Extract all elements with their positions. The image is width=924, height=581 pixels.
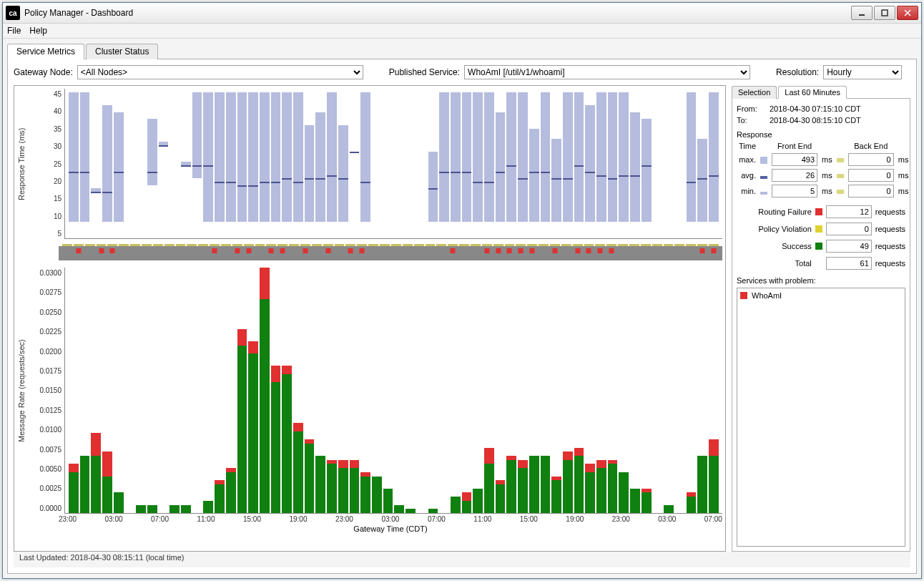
message-rate-ylabel: Message Rate (requests/sec) [17,268,29,514]
col-backend: Back End [846,140,896,152]
fe-range-swatch-icon [760,157,767,164]
message-rate-chart[interactable]: Message Rate (requests/sec) 0.03000.0275… [17,268,722,514]
fe-avg-swatch-icon [760,176,767,179]
total-input[interactable] [826,257,872,270]
problem-service-item[interactable]: WhoAmI [740,291,902,300]
svg-rect-0 [859,14,865,16]
routing-failure-input[interactable] [826,205,872,218]
fe-min-swatch-icon [760,192,767,195]
titlebar: ca Policy Manager - Dashboard [3,3,921,24]
be-swatch-icon [837,190,844,194]
requests-unit: requests [875,242,905,250]
success-swatch-icon [815,243,822,250]
gateway-node-label: Gateway Node: [14,67,73,77]
routing-failure-swatch-icon [815,208,822,215]
be-max-input[interactable] [848,153,894,166]
resolution-label: Resolution: [776,67,819,77]
problem-swatch-icon [740,292,747,299]
main-tabs: Service Metrics Cluster Status [7,43,917,59]
routing-failure-label: Routing Failure [737,208,812,216]
tab-selection[interactable]: Selection [732,86,777,99]
app-logo: ca [6,6,20,20]
policy-violation-label: Policy Violation [737,225,812,233]
tab-last-60-minutes[interactable]: Last 60 Minutes [778,86,847,99]
resolution-select[interactable]: Hourly [823,65,902,79]
from-value: 2018-04-30 07:15:10 CDT [770,104,861,113]
maximize-button[interactable] [874,6,895,20]
fe-max-input[interactable] [772,153,817,166]
fe-min-input[interactable] [772,185,817,197]
policy-violation-swatch-icon [815,225,822,233]
row-max: max. [737,152,758,167]
tab-cluster-status[interactable]: Cluster Status [86,44,158,59]
message-rate-plot[interactable] [64,268,722,514]
minimize-button[interactable] [851,6,873,20]
row-avg: avg. [737,167,758,183]
requests-unit: requests [875,259,905,268]
success-label: Success [737,242,812,250]
main-body: Service Metrics Cluster Status Gateway N… [3,39,921,578]
tabpage-service-metrics: Gateway Node: <All Nodes> Published Serv… [7,59,917,574]
menu-help[interactable]: Help [29,26,47,36]
filter-row: Gateway Node: <All Nodes> Published Serv… [14,65,910,79]
app-window: ca Policy Manager - Dashboard File Help … [2,2,922,579]
gateway-node-select[interactable]: <All Nodes> [77,65,363,79]
total-label: Total [737,259,812,268]
main-row: Response Time (ms) 45403530252015105 [14,85,910,552]
row-min: min. [737,183,758,199]
failure-band-chart[interactable] [17,239,722,268]
x-axis-label: Gateway Time (CDT) [353,524,427,533]
col-frontend: Front End [770,140,820,152]
response-section-label: Response [737,130,905,139]
response-time-chart[interactable]: Response Time (ms) 45403530252015105 [17,89,722,239]
tab-service-metrics[interactable]: Service Metrics [7,44,84,59]
close-button[interactable] [897,6,918,20]
window-title: Policy Manager - Dashboard [24,8,850,18]
from-label: From: [737,104,765,113]
to-label: To: [737,116,765,125]
published-service-select[interactable]: WhoAmI [/util/v1/whoami] [464,65,750,79]
status-bar: Last Updated: 2018-04-30 08:15:11 (local… [14,552,910,567]
be-swatch-icon [837,174,844,178]
success-input[interactable] [826,240,872,253]
menubar: File Help [3,24,921,39]
be-avg-input[interactable] [848,169,894,182]
policy-violation-input[interactable] [826,223,872,235]
sidebar-tabs: Selection Last 60 Minutes [732,85,910,99]
failure-band-plot[interactable] [59,239,722,268]
last-updated-text: Last Updated: 2018-04-30 08:15:11 (local… [19,553,185,562]
x-tick-labels: 23:0003:0007:0011:0015:0019:0023:0003:00… [56,514,725,523]
svg-rect-1 [882,10,888,16]
problem-services-list[interactable]: WhoAmI [737,288,905,547]
response-time-plot[interactable] [64,89,722,239]
menu-file[interactable]: File [7,26,21,36]
to-value: 2018-04-30 08:15:10 CDT [770,116,861,125]
response-time-table: Time Front End Back End max. [737,140,910,199]
requests-unit: requests [875,208,905,216]
requests-unit: requests [875,225,905,233]
response-time-ylabel: Response Time (ms) [17,89,29,239]
sidebar-page: From: 2018-04-30 07:15:10 CDT To: 2018-0… [732,99,910,552]
be-swatch-icon [837,158,844,162]
message-rate-yticks: 0.03000.02750.02500.02250.02000.01750.01… [29,268,64,514]
fe-avg-input[interactable] [772,169,817,182]
charts-panel: Response Time (ms) 45403530252015105 [14,85,726,552]
problem-service-name: WhoAmI [752,291,782,300]
x-axis: 23:0003:0007:0011:0015:0019:0023:0003:00… [59,514,722,537]
details-sidebar: Selection Last 60 Minutes From: 2018-04-… [732,85,910,552]
response-time-yticks: 45403530252015105 [29,89,64,239]
col-time: Time [737,140,758,152]
published-service-label: Published Service: [389,67,460,77]
be-min-input[interactable] [848,185,894,197]
problem-services-label: Services with problem: [737,276,905,285]
